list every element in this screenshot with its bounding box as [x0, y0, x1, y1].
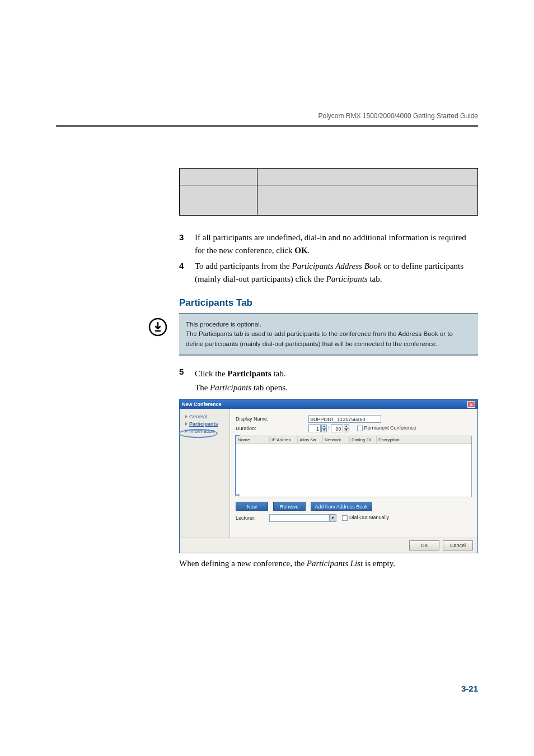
permanent-checkbox[interactable] [357, 426, 363, 431]
sidebar-item-general[interactable]: General [185, 414, 227, 419]
chevron-down-icon[interactable]: ▼ [329, 515, 336, 521]
remove-button[interactable]: Remove [273, 502, 306, 511]
duration-hours-stepper[interactable]: 1 ▲▼ [308, 424, 327, 432]
label-duration: Duration: [236, 426, 308, 431]
label-dial-out: Dial Out Manually [349, 515, 389, 520]
display-name-field[interactable]: SUPPORT_1131756460 [308, 415, 381, 423]
closing-text: When defining a new conference, the Part… [179, 559, 478, 568]
dialog-titlebar: New Conference × [180, 400, 477, 409]
cancel-button[interactable]: Cancel [443, 540, 473, 550]
annotation-bracket [235, 435, 240, 496]
header-rule [56, 125, 478, 127]
dialog-title: New Conference [182, 402, 222, 407]
sidebar-item-information[interactable]: Information [185, 428, 227, 434]
participants-em: Participants [326, 274, 368, 283]
section-heading-participants-tab: Participants Tab [179, 297, 478, 309]
step-5: 5 Click the Participants tab. The Partic… [179, 366, 478, 396]
note-icon [148, 318, 167, 337]
dial-out-checkbox[interactable] [342, 515, 348, 521]
col-encryption[interactable]: Encryption [377, 436, 471, 444]
sidebar-item-participants[interactable]: Participants [185, 421, 227, 427]
ok-bold: OK [294, 246, 307, 255]
down-arrow-icon[interactable]: ▼ [321, 428, 327, 432]
label-lecturer: Lecturer: [236, 515, 269, 521]
col-network[interactable]: Network [323, 436, 350, 444]
new-button[interactable]: New [236, 502, 268, 511]
new-conference-dialog: New Conference × General Participants In… [179, 399, 478, 553]
participants-list-em: Participants List [307, 559, 363, 568]
table-placeholder [179, 168, 478, 216]
address-book-em: Participants Address Book [292, 262, 381, 270]
minutes-value[interactable]: 00 [331, 424, 343, 432]
step-number: 4 [179, 260, 195, 285]
step-text: The [195, 383, 210, 392]
ok-button[interactable]: OK [409, 540, 439, 550]
up-arrow-icon[interactable]: ▲ [321, 424, 327, 428]
step-text: tab. [271, 369, 286, 378]
step-number: 5 [179, 366, 195, 396]
hours-value[interactable]: 1 [308, 424, 321, 432]
dialog-sidebar: General Participants Information [180, 409, 230, 538]
step-text: Click the [195, 369, 227, 378]
col-ip[interactable]: IP Addres [270, 436, 298, 444]
col-dialing[interactable]: Dialing Di [350, 436, 377, 444]
step-text: tab. [368, 274, 382, 283]
running-header: Polycom RMX 1500/2000/4000 Getting Start… [318, 112, 478, 120]
participants-em: Participants [210, 383, 251, 392]
down-arrow-icon[interactable]: ▼ [344, 428, 349, 432]
label-permanent: Permanent Conference [364, 425, 416, 431]
duration-minutes-stepper[interactable]: 00 ▲▼ [331, 424, 349, 432]
page-number: 3-21 [461, 684, 478, 693]
up-arrow-icon[interactable]: ▲ [344, 424, 349, 428]
note-body: This procedure is optional. The Particip… [179, 313, 478, 356]
add-from-address-book-button[interactable]: Add from Address Book [311, 502, 372, 511]
step-text: If all participants are undefined, dial-… [195, 233, 466, 255]
lecturer-select[interactable]: ▼ [269, 514, 336, 522]
step-text: To add participants from the [195, 262, 292, 270]
label-display-name: Display Name: [236, 416, 308, 422]
step-number: 3 [179, 231, 195, 256]
close-icon[interactable]: × [467, 401, 475, 408]
step-3: 3 If all participants are undefined, dia… [179, 231, 478, 256]
step-tail: . [308, 246, 310, 255]
participants-grid[interactable]: Name IP Addres Alias Na Network Dialing … [236, 436, 472, 497]
step-4: 4 To add participants from the Participa… [179, 260, 478, 285]
col-name[interactable]: Name [236, 436, 270, 444]
step-text: tab opens. [251, 383, 288, 392]
participants-bold: Participants [227, 369, 271, 378]
col-alias[interactable]: Alias Na [298, 436, 323, 444]
